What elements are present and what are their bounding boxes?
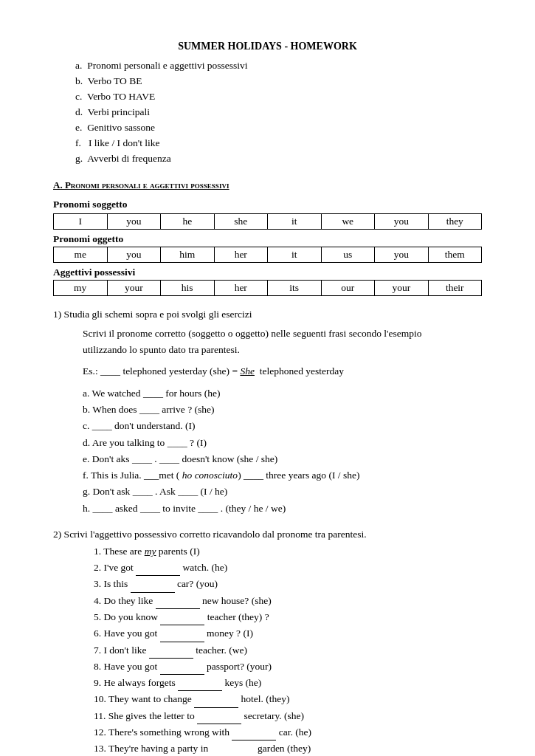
toc-item-b: b. Verbo TO BE: [75, 74, 482, 89]
example-line: Es.: ____ telephoned yesterday (she) = S…: [53, 363, 482, 379]
section-a-header: A. Pronomi personali e aggettivi possess…: [53, 179, 482, 191]
exercise-2-items: 1. These are my parents (I) 2. I've got …: [53, 543, 482, 756]
cell-your1: your: [107, 281, 161, 296]
exercise-2-section: 2) Scrivi l'aggettivo possessivo corrett…: [53, 529, 482, 756]
list-item: 7. I don't like teacher. (we): [94, 642, 482, 659]
cell-you4: you: [375, 247, 429, 263]
list-item: e. Don't aks ____ . ____ doesn't know (s…: [83, 451, 482, 467]
list-item: c. ____ don't understand. (I): [83, 418, 482, 434]
cell-she: she: [214, 214, 268, 230]
exercise-1-section: 1) Studia gli schemi sopra e poi svolgi …: [53, 306, 482, 517]
cell-they: they: [428, 214, 482, 230]
list-item: 13. They're having a party in garden (th…: [94, 740, 482, 756]
list-item: b. When does ____ arrive ? (she): [83, 402, 482, 418]
exercise-1-instructions: Scrivi il pronome corretto (soggetto o o…: [53, 326, 482, 357]
cell-us: us: [321, 247, 375, 263]
cell-it1: it: [268, 214, 322, 230]
list-item: 2. I've got watch. (he): [94, 560, 482, 576]
toc-item-c: c. Verbo TO HAVE: [75, 89, 482, 105]
toc-item-g: g. Avverbi di frequenza: [75, 151, 482, 167]
list-item: d. Are you talking to ____ ? (I): [83, 435, 482, 451]
cell-he: he: [161, 214, 215, 230]
cell-I: I: [54, 214, 108, 230]
list-item: 1. These are my parents (I): [94, 543, 482, 560]
list-item: 6. Have you got money ? (I): [94, 625, 482, 642]
cell-me: me: [54, 247, 108, 263]
toc-item-a: a. Pronomi personali e aggettivi possess…: [75, 58, 482, 74]
toc-item-f: f. I like / I don't like: [75, 136, 482, 151]
page: SUMMER HOLIDAYS - HOMEWORK a. Pronomi pe…: [0, 0, 535, 756]
cell-his: his: [161, 281, 215, 296]
cell-my: my: [54, 281, 108, 296]
cell-her2: her: [214, 281, 268, 296]
list-item: 5. Do you know teacher (they) ?: [94, 609, 482, 625]
list-item: g. Don't ask ____ . Ask ____ (I / he): [83, 484, 482, 500]
cell-you1: you: [107, 214, 161, 230]
list-item: 11. She gives the letter to secretary. (…: [94, 708, 482, 724]
list-item: 3. Is this car? (you): [94, 576, 482, 592]
pronomi-soggetto-table: I you he she it we you they: [53, 213, 482, 230]
aggettivi-possessivi-table: my your his her its our your their: [53, 280, 482, 296]
cell-him: him: [161, 247, 215, 263]
aggettivi-possessivi-row: my your his her its our your their: [54, 281, 482, 296]
toc-item-e: e. Genitivo sassone: [75, 120, 482, 136]
cell-its: its: [268, 281, 322, 296]
cell-their: their: [428, 281, 482, 296]
list-item: 12. There's something wrong with car. (h…: [94, 724, 482, 740]
list-item: 4. Do they like new house? (she): [94, 593, 482, 609]
pronomi-soggetto-title: Pronomi soggetto: [53, 199, 482, 210]
list-item: 10. They want to change hotel. (they): [94, 691, 482, 707]
exercise-2-intro: 2) Scrivi l'aggettivo possessivo corrett…: [53, 529, 482, 540]
aggettivi-possessivi-title: Aggettivi possessivi: [53, 267, 482, 278]
exercise-1-intro: 1) Studia gli schemi sopra e poi svolgi …: [53, 306, 482, 323]
list-item: h. ____ asked ____ to invite ____ . (the…: [83, 501, 482, 517]
cell-we: we: [321, 214, 375, 230]
cell-our: our: [321, 281, 375, 296]
cell-you2: you: [375, 214, 429, 230]
page-title: SUMMER HOLIDAYS - HOMEWORK: [53, 41, 482, 52]
list-item: a. We watched ____ for hours (he): [83, 385, 482, 402]
toc-list: a. Pronomi personali e aggettivi possess…: [53, 58, 482, 166]
pronomi-oggetto-table: me you him her it us you them: [53, 247, 482, 263]
toc-item-d: d. Verbi principali: [75, 105, 482, 120]
pronomi-soggetto-row: I you he she it we you they: [54, 214, 482, 230]
cell-your2: your: [375, 281, 429, 296]
list-item: 8. Have you got passport? (your): [94, 659, 482, 675]
pronomi-oggetto-row: me you him her it us you them: [54, 247, 482, 263]
cell-her1: her: [214, 247, 268, 263]
list-item: 9. He always forgets keys (he): [94, 675, 482, 691]
list-item: f. This is Julia. ___met ( ho conosciuto…: [83, 467, 482, 484]
pronomi-oggetto-title: Pronomi oggetto: [53, 233, 482, 245]
cell-it2: it: [268, 247, 322, 263]
exercise-1-items: a. We watched ____ for hours (he) b. Whe…: [53, 385, 482, 517]
cell-you3: you: [107, 247, 161, 263]
cell-them: them: [428, 247, 482, 263]
